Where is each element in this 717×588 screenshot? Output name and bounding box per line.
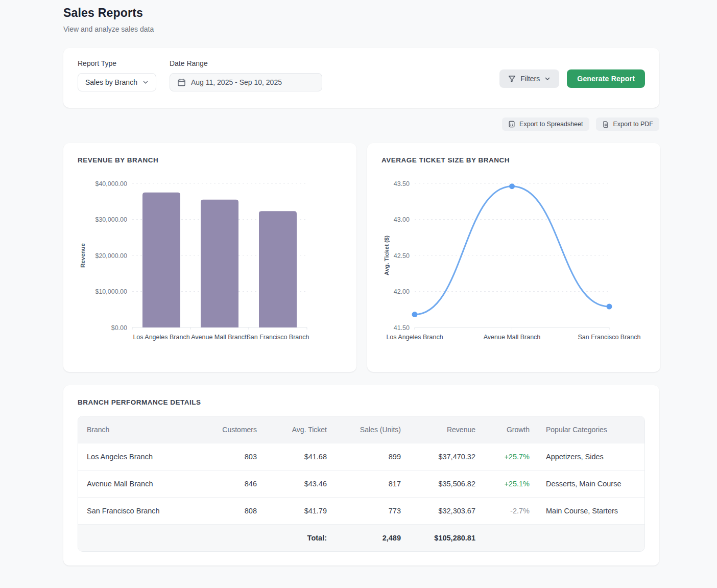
date-range-field: Date Range Aug 11, 2025 - Sep 10, 2025 bbox=[170, 59, 322, 91]
column-header-Popular Categories: Popular Categories bbox=[538, 416, 644, 443]
avg-ticket-chart-card: AVERAGE TICKET SIZE BY BRANCH 41.5042.00… bbox=[367, 143, 660, 372]
y-tick-label: 41.50 bbox=[394, 324, 410, 332]
table-cell: 773 bbox=[335, 498, 409, 525]
revenue-chart-card: REVENUE BY BRANCH $0.00$10,000.00$20,000… bbox=[63, 143, 356, 372]
y-tick-label: $20,000.00 bbox=[95, 252, 127, 260]
table-cell: $41.79 bbox=[265, 498, 335, 525]
y-axis-label: Avg. Ticket ($) bbox=[384, 236, 390, 275]
revenue-bar-chart: $0.00$10,000.00$20,000.00$30,000.00$40,0… bbox=[78, 172, 342, 346]
table-cell: 899 bbox=[335, 443, 409, 471]
table-cell: 803 bbox=[214, 443, 265, 471]
report-type-select[interactable]: Sales by Branch bbox=[78, 73, 156, 91]
filters-button-label: Filters bbox=[520, 75, 540, 83]
x-category-label: San Francisco Branch bbox=[247, 334, 309, 341]
export-pdf-button[interactable]: Export to PDF bbox=[596, 117, 660, 131]
funnel-icon bbox=[508, 75, 516, 83]
branch-performance-title: BRANCH PERFORMANCE DETAILS bbox=[78, 398, 645, 406]
branch-performance-card: BRANCH PERFORMANCE DETAILS BranchCustome… bbox=[63, 385, 659, 566]
table-cell: 846 bbox=[214, 471, 265, 498]
table-cell: +25.1% bbox=[484, 471, 538, 498]
y-tick-label: $40,000.00 bbox=[95, 180, 127, 187]
table-cell: $35,506.82 bbox=[409, 471, 484, 498]
y-tick-label: $0.00 bbox=[111, 324, 127, 332]
revenue-chart-title: REVENUE BY BRANCH bbox=[78, 156, 342, 164]
sales-reports-page: Sales Reports View and analyze sales dat… bbox=[63, 0, 659, 566]
x-category-label: Los Angeles Branch bbox=[133, 334, 189, 341]
table-row: San Francisco Branch808$41.79773$32,303.… bbox=[78, 498, 644, 525]
table-cell: Appetizers, Sides bbox=[538, 443, 644, 471]
table-cell: +25.7% bbox=[484, 443, 538, 471]
total-cell: $105,280.81 bbox=[409, 525, 484, 552]
column-header-Branch: Branch bbox=[78, 416, 214, 443]
y-tick-label: 43.50 bbox=[394, 180, 410, 187]
spreadsheet-icon bbox=[508, 121, 515, 128]
total-cell bbox=[78, 525, 214, 552]
table-cell: Los Angeles Branch bbox=[78, 443, 214, 471]
filters-button[interactable]: Filters bbox=[499, 69, 559, 88]
branch-performance-table: BranchCustomersAvg. TicketSales (Units)R… bbox=[78, 416, 644, 551]
page-title: Sales Reports bbox=[63, 6, 659, 20]
export-spreadsheet-button[interactable]: Export to Spreadsheet bbox=[502, 117, 589, 131]
date-range-label: Date Range bbox=[170, 59, 322, 67]
export-actions: Export to Spreadsheet Export to PDF bbox=[63, 117, 659, 131]
report-controls-right: Filters Generate Report bbox=[499, 69, 645, 88]
x-category-label: Avenue Mall Branch bbox=[191, 334, 248, 341]
data-point-Los Angeles Branch bbox=[412, 312, 418, 317]
data-point-Avenue Mall Branch bbox=[509, 183, 515, 189]
y-tick-label: 42.50 bbox=[394, 252, 410, 260]
data-point-San Francisco Branch bbox=[607, 304, 612, 310]
bar-Los Angeles Branch bbox=[142, 193, 180, 327]
export-spreadsheet-label: Export to Spreadsheet bbox=[519, 121, 583, 128]
table-total-row: Total:2,489$105,280.81 bbox=[78, 525, 644, 552]
report-controls-card: Report Type Sales by Branch Date Range A… bbox=[63, 48, 659, 108]
column-header-Growth: Growth bbox=[484, 416, 538, 443]
page-header: Sales Reports View and analyze sales dat… bbox=[63, 6, 659, 33]
branch-performance-table-wrap: BranchCustomersAvg. TicketSales (Units)R… bbox=[78, 416, 645, 552]
date-range-value: Aug 11, 2025 - Sep 10, 2025 bbox=[191, 78, 282, 86]
y-tick-label: $30,000.00 bbox=[95, 216, 127, 223]
x-category-label: San Francisco Branch bbox=[578, 334, 641, 341]
total-cell bbox=[538, 525, 644, 552]
table-header-row: BranchCustomersAvg. TicketSales (Units)R… bbox=[78, 416, 644, 443]
calendar-icon bbox=[177, 78, 186, 87]
table-cell: $37,470.32 bbox=[409, 443, 484, 471]
y-tick-label: $10,000.00 bbox=[95, 288, 127, 295]
report-controls-left: Report Type Sales by Branch Date Range A… bbox=[78, 59, 322, 91]
avg-ticket-chart-title: AVERAGE TICKET SIZE BY BRANCH bbox=[381, 156, 646, 164]
report-type-field: Report Type Sales by Branch bbox=[78, 59, 156, 91]
avg-ticket-line bbox=[415, 186, 609, 315]
export-pdf-label: Export to PDF bbox=[613, 121, 654, 128]
table-cell: Desserts, Main Course bbox=[538, 471, 644, 498]
pdf-file-icon bbox=[602, 121, 609, 128]
total-cell bbox=[214, 525, 265, 552]
table-cell: $32,303.67 bbox=[409, 498, 484, 525]
bar-San Francisco Branch bbox=[259, 211, 297, 327]
column-header-Revenue: Revenue bbox=[409, 416, 484, 443]
total-cell bbox=[484, 525, 538, 552]
table-cell: $43.46 bbox=[265, 471, 335, 498]
column-header-Avg. Ticket: Avg. Ticket bbox=[265, 416, 335, 443]
avg-ticket-line-chart: 41.5042.0042.5043.0043.50Avg. Ticket ($)… bbox=[381, 172, 646, 346]
table-row: Avenue Mall Branch846$43.46817$35,506.82… bbox=[78, 471, 644, 498]
date-range-input[interactable]: Aug 11, 2025 - Sep 10, 2025 bbox=[170, 73, 322, 91]
table-cell: San Francisco Branch bbox=[78, 498, 214, 525]
charts-row: REVENUE BY BRANCH $0.00$10,000.00$20,000… bbox=[63, 143, 659, 372]
table-cell: Avenue Mall Branch bbox=[78, 471, 214, 498]
table-cell: 808 bbox=[214, 498, 265, 525]
page-subtitle: View and analyze sales data bbox=[63, 25, 659, 33]
bar-Avenue Mall Branch bbox=[201, 200, 238, 327]
table-body: Los Angeles Branch803$41.68899$37,470.32… bbox=[78, 443, 644, 525]
table-cell: Main Course, Starters bbox=[538, 498, 644, 525]
y-tick-label: 42.00 bbox=[394, 288, 410, 295]
y-tick-label: 43.00 bbox=[394, 216, 410, 223]
table-cell: $41.68 bbox=[265, 443, 335, 471]
x-category-label: Los Angeles Branch bbox=[386, 334, 443, 341]
total-cell: Total: bbox=[265, 525, 335, 552]
table-row: Los Angeles Branch803$41.68899$37,470.32… bbox=[78, 443, 644, 471]
chevron-down-icon bbox=[142, 79, 149, 85]
column-header-Customers: Customers bbox=[214, 416, 265, 443]
total-cell: 2,489 bbox=[335, 525, 409, 552]
table-cell: 817 bbox=[335, 471, 409, 498]
generate-report-button[interactable]: Generate Report bbox=[567, 69, 645, 88]
y-axis-label: Revenue bbox=[80, 243, 86, 268]
